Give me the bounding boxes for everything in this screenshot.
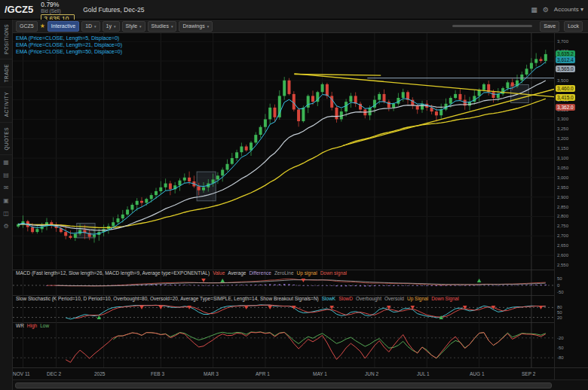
time-axis-label: DEC 2 — [47, 371, 61, 376]
sidebar-tab-trade[interactable]: TRADE — [0, 59, 12, 88]
sidebar-tab-label: TRADE — [4, 64, 9, 83]
wr-tick-label: -80 — [557, 355, 564, 361]
calendar-icon[interactable]: ▤ — [0, 169, 12, 181]
price-tick-label: 2,650 — [557, 243, 568, 248]
notes-icon[interactable]: ▣ — [0, 195, 12, 206]
time-axis-label: APR 1 — [256, 371, 270, 376]
sidebar-tabs: POSITIONSTRADEACTIVITYQUOTES — [0, 20, 12, 155]
price-tick-label: 3,250 — [557, 126, 568, 132]
price-tick-label: 2,950 — [557, 185, 568, 190]
time-axis-label: 2025 — [94, 371, 105, 376]
toolbar-button-interactive[interactable]: Interactive — [47, 21, 79, 32]
study-key: Oversold — [384, 296, 404, 301]
quote-header: /GCZ5 IV Rank26.7Last / Size3,635.20 / 1… — [0, 0, 588, 20]
chart-toolbar: GCZ5 ★ Interactive1D▾1y▾Style▾Studies▾Dr… — [13, 20, 588, 33]
study-key: Average — [228, 270, 246, 276]
price-tick-label: 2,900 — [557, 195, 568, 200]
price-bubble: 3,460.0 — [556, 85, 575, 92]
price-tick-label: 3,300 — [557, 117, 568, 122]
chart-top-scrollbar-thumb[interactable] — [452, 25, 532, 27]
stoch-tick-label: 20 — [557, 315, 562, 321]
hscroll-thumb[interactable] — [15, 382, 552, 388]
time-axis-label: MAR 3 — [204, 371, 219, 376]
toolbar-button-save[interactable]: Save — [540, 21, 559, 32]
price-tick-label: 3,700 — [557, 39, 568, 44]
time-axis-corner — [554, 367, 588, 379]
study-key: SlowK — [322, 296, 335, 301]
quote-field-value: 0.79% — [41, 1, 75, 8]
time-axis-label: MAY 1 — [313, 371, 327, 376]
study-legend-row[interactable]: EMA (Price=CLOSE, Length=5, Displace=0) — [16, 35, 122, 41]
toolbar-button-lock[interactable]: Lock — [564, 21, 583, 32]
price-tick-label: 3,150 — [557, 146, 568, 151]
stoch-tick-label: 50 — [557, 310, 562, 315]
macd-panel[interactable]: MACD (Fast length=12, Slow length=26, MA… — [13, 270, 554, 295]
price-bubble: 3,415.0 — [556, 94, 575, 101]
price-tick-label: 2,600 — [557, 253, 568, 258]
study-legend-row[interactable]: EMA (Price=CLOSE, Length=21, Displace=0) — [16, 41, 122, 48]
sidebar-tab-label: QUOTES — [4, 127, 9, 150]
sidebar-tab-activity[interactable]: ACTIVITY — [0, 87, 12, 122]
price-tick-label: 2,850 — [557, 205, 568, 210]
chevron-down-icon: ▾ — [114, 24, 116, 29]
gear-icon[interactable]: ⚙ — [543, 6, 549, 14]
study-key: Low — [40, 323, 49, 328]
study-legend[interactable]: EMA (Price=CLOSE, Length=5, Displace=0)E… — [16, 35, 122, 55]
study-key: Down signal — [320, 270, 347, 276]
study-label-text: WR — [16, 323, 24, 328]
price-bubble: 3,565.0 — [556, 66, 575, 72]
time-axis-label: JUL 1 — [417, 371, 430, 376]
stochastic-pane: Slow Stochastic (K Period=10, D Period=1… — [13, 295, 588, 322]
chart-hscrollbar[interactable] — [13, 379, 588, 390]
symbol-title: /GCZ5 — [5, 4, 33, 15]
favorite-star-icon[interactable]: ★ — [40, 23, 45, 29]
price-bubble: 3,612.4 — [556, 56, 575, 63]
stoch-tick-label: 80 — [557, 305, 562, 310]
price-chart[interactable]: EMA (Price=CLOSE, Length=5, Displace=0)E… — [13, 33, 554, 270]
price-tick-label: 2,800 — [557, 214, 568, 219]
wr-panel[interactable]: WRHighLow — [13, 322, 554, 367]
apps-grid-icon[interactable]: ▦ — [0, 157, 12, 168]
trading-platform-window: /GCZ5 IV Rank26.7Last / Size3,635.20 / 1… — [0, 0, 588, 390]
chart-icon[interactable]: ◫ — [0, 208, 12, 219]
wr-tick-label: -50 — [557, 346, 564, 351]
toolbar-button-label: Style — [126, 23, 138, 29]
grid-icon[interactable]: ▦ — [531, 6, 537, 14]
mail-icon[interactable]: ✉ — [0, 182, 12, 193]
toolbar-button-style[interactable]: Style▾ — [122, 21, 145, 32]
study-legend-row[interactable]: EMA (Price=CLOSE, Length=50, Displace=0) — [16, 48, 122, 55]
study-key: ZeroLine — [274, 270, 294, 276]
sidebar-tab-quotes[interactable]: QUOTES — [0, 123, 12, 155]
price-tick-label: 3,050 — [557, 166, 568, 171]
price-tick-label: 3,200 — [557, 136, 568, 142]
sidebar-tab-positions[interactable]: POSITIONS — [0, 20, 12, 59]
chevron-down-icon: ▾ — [94, 24, 96, 29]
time-axis-label: SEP 2 — [522, 371, 535, 376]
price-pane: EMA (Price=CLOSE, Length=5, Displace=0)E… — [13, 33, 588, 270]
study-key: SlowD — [338, 296, 353, 301]
toolbar-button-1y[interactable]: 1y▾ — [103, 21, 120, 32]
toolbar-button-label: 1y — [106, 23, 112, 29]
toolbar-button-drawings[interactable]: Drawings▾ — [179, 21, 213, 32]
price-tick-label: 3,500 — [557, 78, 568, 84]
price-tick-label: 2,750 — [557, 224, 568, 229]
time-axis-row: NOV 11DEC 22025FEB 3MAR 3APR 1MAY 1JUN 2… — [13, 367, 588, 379]
price-axis[interactable]: 2,5502,6002,6502,7002,7502,8002,8502,900… — [554, 33, 588, 270]
toolbar-button-1d[interactable]: 1D▾ — [81, 21, 100, 32]
time-axis: NOV 11DEC 22025FEB 3MAR 3APR 1MAY 1JUN 2… — [13, 367, 554, 379]
toolbar-button-label: Drawings — [182, 23, 204, 29]
gear-icon[interactable]: ⚙ — [0, 221, 12, 232]
instrument-description: Gold Futures, Dec-25 — [83, 6, 144, 14]
accounts-dropdown[interactable]: Accounts ▾ — [554, 6, 583, 13]
study-key: Up signal — [297, 270, 317, 276]
wr-tick-label: -20 — [557, 336, 564, 341]
price-tick-label: 3,100 — [557, 156, 568, 161]
chart-symbol-input[interactable]: GCZ5 — [16, 21, 38, 32]
study-label-text: Slow Stochastic (K Period=10, D Period=1… — [16, 296, 319, 301]
time-axis-label: NOV 11 — [13, 371, 30, 376]
stochastic-study-label[interactable]: Slow Stochastic (K Period=10, D Period=1… — [16, 296, 459, 301]
wr-study-label[interactable]: WRHighLow — [16, 323, 49, 328]
macd-study-label[interactable]: MACD (Fast length=12, Slow length=26, MA… — [16, 270, 347, 276]
stochastic-panel[interactable]: Slow Stochastic (K Period=10, D Period=1… — [13, 295, 554, 322]
toolbar-button-studies[interactable]: Studies▾ — [148, 21, 177, 32]
